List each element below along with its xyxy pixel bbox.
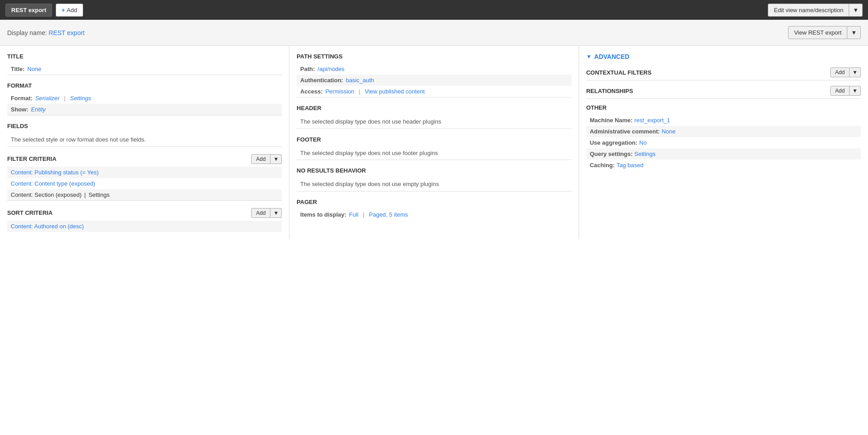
filter-add-dropdown[interactable]: ▼ — [270, 154, 282, 164]
column-3: ▼ ADVANCED CONTEXTUAL FILTERS Add ▼ RELA… — [579, 46, 868, 239]
edit-view-name-dropdown[interactable]: ▼ — [849, 4, 863, 17]
contextual-add-btn-group: Add ▼ — [830, 67, 861, 77]
pager-section-header: PAGER — [297, 199, 571, 205]
pager-full-value[interactable]: Full — [349, 211, 359, 218]
footer-text: The selected display type does not use f… — [297, 146, 571, 160]
format-row: Format: Serializer | Settings — [7, 93, 282, 104]
top-toolbar: REST export + Add Edit view name/descrip… — [0, 0, 868, 20]
pager-paged-value[interactable]: Paged, 5 items — [369, 211, 408, 218]
format-section-header: FORMAT — [7, 82, 282, 89]
show-value[interactable]: Entity — [31, 106, 46, 113]
fields-text: The selected style or row format does no… — [7, 133, 282, 146]
filter-criteria-header-row: FILTER CRITERIA Add ▼ — [7, 154, 282, 164]
sort-item-1[interactable]: Content: Authored on (desc) — [7, 221, 282, 232]
triangle-icon: ▼ — [586, 53, 592, 60]
path-row: Path: /api/nodes — [297, 63, 571, 75]
use-aggregation-row: Use aggregation: No — [586, 137, 861, 148]
admin-comment-label: Administrative comment: — [590, 128, 660, 135]
show-label: Show: — [11, 106, 28, 113]
machine-name-row: Machine Name: rest_export_1 — [586, 115, 861, 126]
contextual-filters-header-row: CONTEXTUAL FILTERS Add ▼ — [586, 67, 861, 77]
query-settings-value[interactable]: Settings — [634, 151, 655, 157]
toolbar-right: Edit view name/description ▼ — [768, 4, 863, 17]
path-label: Path: — [300, 66, 315, 72]
advanced-label: ADVANCED — [594, 53, 629, 60]
footer-section-header: FOOTER — [297, 136, 571, 143]
other-section-header: OTHER — [586, 104, 861, 111]
filter-item-1[interactable]: Content: Publishing status (= Yes) — [7, 167, 282, 178]
filter-item-3-sep: | — [84, 191, 86, 198]
toolbar-left: REST export + Add — [5, 4, 83, 17]
path-settings-section-header: PATH SETTINGS — [297, 53, 571, 60]
title-section-header: TITLE — [7, 53, 282, 60]
relationships-header-row: RELATIONSHIPS Add ▼ — [586, 86, 861, 96]
display-name-bar: Display name: REST export View REST expo… — [0, 20, 868, 46]
auth-value[interactable]: basic_auth — [346, 77, 374, 84]
sort-add-dropdown[interactable]: ▼ — [270, 208, 282, 218]
display-name-label: Display name: — [7, 29, 47, 36]
pager-row: Items to display: Full | Paged, 5 items — [297, 209, 571, 220]
advanced-section-header: ▼ ADVANCED — [586, 53, 861, 60]
access-link[interactable]: View published content — [365, 88, 425, 95]
admin-comment-row: Administrative comment: None — [586, 126, 861, 137]
query-settings-label: Query settings: — [590, 151, 633, 157]
admin-comment-value[interactable]: None — [662, 128, 676, 135]
query-settings-row: Query settings: Settings — [586, 148, 861, 160]
machine-name-label: Machine Name: — [590, 117, 633, 124]
filter-item-3: Content: Section (exposed) | Settings — [7, 189, 282, 200]
no-results-section-header: NO RESULTS BEHAVIOR — [297, 167, 571, 174]
relationships-add-btn-group: Add ▼ — [830, 86, 861, 96]
title-label: Title: — [11, 66, 25, 72]
add-label: Add — [67, 7, 77, 13]
view-rest-export-dropdown[interactable]: ▼ — [847, 26, 861, 39]
edit-view-name-button[interactable]: Edit view name/description — [768, 4, 849, 17]
access-row: Access: Permission | View published cont… — [297, 86, 571, 97]
relationships-section-header: RELATIONSHIPS — [586, 88, 633, 94]
relationships-add-dropdown[interactable]: ▼ — [850, 86, 861, 96]
display-name-left: Display name: REST export — [7, 29, 84, 36]
machine-name-value[interactable]: rest_export_1 — [634, 117, 670, 124]
relationships-add-button[interactable]: Add — [830, 86, 850, 96]
title-value[interactable]: None — [27, 66, 41, 72]
contextual-add-button[interactable]: Add — [830, 67, 850, 77]
view-rest-export-btn-group: View REST export ▼ — [788, 26, 861, 39]
view-rest-export-button[interactable]: View REST export — [788, 26, 847, 39]
format-value[interactable]: Serializer — [35, 95, 59, 102]
header-section-header: HEADER — [297, 105, 571, 111]
contextual-add-dropdown[interactable]: ▼ — [850, 67, 861, 77]
use-aggregation-value[interactable]: No — [639, 139, 647, 146]
title-row: Title: None — [7, 63, 282, 75]
filter-item-3-settings[interactable]: Settings — [89, 191, 110, 198]
plus-icon: + — [62, 7, 65, 13]
caching-value[interactable]: Tag based — [616, 162, 643, 169]
caching-label: Caching: — [590, 162, 615, 169]
sort-add-btn-group: Add ▼ — [251, 208, 282, 218]
add-button[interactable]: + Add — [56, 4, 83, 17]
path-value[interactable]: /api/nodes — [318, 66, 345, 72]
show-row: Show: Entity — [7, 104, 282, 115]
contextual-filters-section-header: CONTEXTUAL FILTERS — [586, 69, 651, 76]
format-settings[interactable]: Settings — [70, 95, 91, 102]
display-name-value[interactable]: REST export — [49, 29, 84, 36]
use-aggregation-label: Use aggregation: — [590, 139, 638, 146]
filter-item-3-text[interactable]: Content: Section (exposed) — [11, 191, 82, 198]
column-2: PATH SETTINGS Path: /api/nodes Authentic… — [289, 46, 579, 239]
sort-criteria-header-row: SORT CRITERIA Add ▼ — [7, 208, 282, 218]
pager-items-label: Items to display: — [300, 211, 346, 218]
access-value[interactable]: Permission — [325, 88, 354, 95]
access-label: Access: — [300, 88, 323, 95]
filter-item-2[interactable]: Content: Content type (exposed) — [7, 178, 282, 189]
sort-criteria-section-header: SORT CRITERIA — [7, 209, 53, 216]
format-sep: | — [64, 95, 66, 102]
sort-add-button[interactable]: Add — [251, 208, 270, 218]
caching-row: Caching: Tag based — [586, 160, 861, 171]
filter-add-btn-group: Add ▼ — [251, 154, 282, 164]
no-results-text: The selected display type does not use e… — [297, 178, 571, 191]
rest-export-button[interactable]: REST export — [5, 4, 52, 17]
filter-add-button[interactable]: Add — [251, 154, 270, 164]
auth-label: Authentication: — [300, 77, 343, 84]
header-text: The selected display type does not use h… — [297, 115, 571, 129]
fields-section-header: FIELDS — [7, 123, 282, 129]
filter-criteria-section-header: FILTER CRITERIA — [7, 155, 57, 162]
pager-sep: | — [363, 211, 364, 218]
